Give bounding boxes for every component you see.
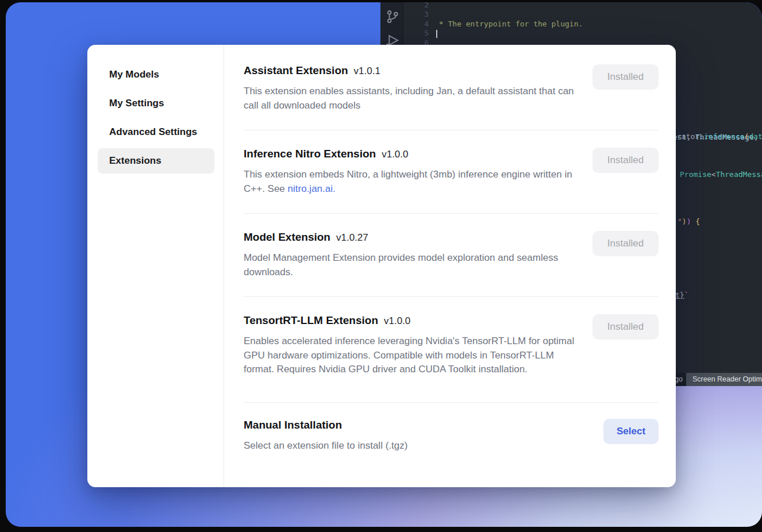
extension-description: This extension embeds Nitro, a lightweig… <box>244 168 577 196</box>
line-numbers: 2 3 4 5 6 <box>403 2 429 48</box>
extension-description: This extension enables assistants, inclu… <box>244 84 577 113</box>
extension-name: Inference Nitro Extension <box>244 148 376 160</box>
app-window: 2 3 4 5 6 * The entrypoint for the plugi… <box>6 2 762 527</box>
extensions-panel: Assistant Extensionv1.0.1 This extension… <box>224 45 676 487</box>
installed-button[interactable]: Installed <box>592 148 659 173</box>
select-file-button[interactable]: Select <box>603 419 659 444</box>
extension-row-model: Model Extensionv1.0.27 Model Management … <box>244 214 659 297</box>
manual-installation-row: Manual Installation Select an extension … <box>244 403 659 453</box>
sidebar-item-extensions[interactable]: Extensions <box>98 148 214 174</box>
sidebar-item-my-settings[interactable]: My Settings <box>98 91 214 116</box>
extension-row-assistant: Assistant Extensionv1.0.1 This extension… <box>244 64 659 130</box>
extension-version: v1.0.27 <box>336 232 368 243</box>
extension-version: v1.0.1 <box>354 65 380 76</box>
settings-modal: My Models My Settings Advanced Settings … <box>87 45 676 487</box>
nitro-jan-ai-link[interactable]: nitro.jan.ai. <box>288 183 336 194</box>
manual-installation-title: Manual Installation <box>244 419 342 431</box>
sidebar-item-advanced-settings[interactable]: Advanced Settings <box>98 119 214 145</box>
code-fragment: t}` <box>675 291 688 299</box>
extension-description: Enables accelerated inference leveraging… <box>244 334 577 377</box>
source-control-icon[interactable] <box>385 9 400 24</box>
installed-button[interactable]: Installed <box>592 64 659 90</box>
code-fragment: rator.inference(data)); <box>677 132 762 141</box>
extension-row-tensorrt-llm: TensortRT-LLM Extensionv1.0.0 Enables ac… <box>244 297 659 403</box>
manual-installation-description: Select an extension file to install (.tg… <box>244 439 577 453</box>
sidebar-item-my-models[interactable]: My Models <box>98 62 214 87</box>
extension-description: Model Management Extension provides mode… <box>244 251 577 279</box>
extension-row-inference-nitro: Inference Nitro Extensionv1.0.0 This ext… <box>244 130 659 214</box>
extension-version: v1.0.0 <box>384 315 410 326</box>
code-fragment: ")) { <box>678 217 700 226</box>
settings-sidebar: My Models My Settings Advanced Settings … <box>87 45 224 487</box>
extension-version: v1.0.0 <box>382 149 408 160</box>
installed-button[interactable]: Installed <box>592 231 659 256</box>
status-bar-text: go <box>675 375 683 383</box>
text-cursor <box>436 30 437 38</box>
extension-name: Assistant Extension <box>244 64 348 76</box>
code-fragment: Promise<ThreadMessage> <box>680 170 762 179</box>
extension-name: Model Extension <box>244 231 330 243</box>
screen-reader-status-item[interactable]: Screen Reader Optimize <box>686 373 762 386</box>
installed-button[interactable]: Installed <box>592 314 659 340</box>
extension-name: TensortRT-LLM Extension <box>244 314 378 326</box>
